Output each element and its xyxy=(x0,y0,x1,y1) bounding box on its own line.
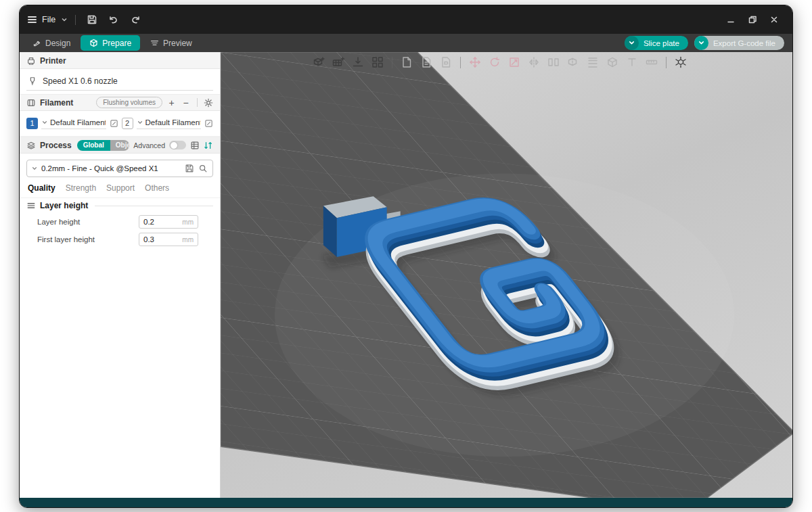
process-scope-toggle: Global Objects xyxy=(77,140,130,151)
assembly-view-icon[interactable] xyxy=(672,53,690,71)
filament-slots-row: 1 Default Filament 2 Default Filament xyxy=(20,111,220,137)
layer-height-input[interactable] xyxy=(143,218,179,226)
process-header-label: Process xyxy=(40,141,72,150)
title-bar: File xyxy=(20,5,792,34)
arrange-icon[interactable] xyxy=(369,53,386,71)
param-label: Layer height xyxy=(37,218,139,226)
filament-2-caret-icon xyxy=(137,120,143,125)
filament-spool-icon xyxy=(26,98,36,108)
import-file-2-icon[interactable] xyxy=(418,53,435,71)
import-file-icon[interactable] xyxy=(398,53,415,71)
filament-2-edit-icon[interactable] xyxy=(204,119,213,128)
process-icon xyxy=(26,141,36,150)
tab-strength[interactable]: Strength xyxy=(66,183,96,193)
layer-height-group-header[interactable]: Layer height xyxy=(20,197,220,213)
measure-icon[interactable] xyxy=(643,53,660,71)
tab-design[interactable]: Design xyxy=(24,35,79,51)
scope-global-button[interactable]: Global xyxy=(77,140,110,151)
file-menu-label: File xyxy=(42,15,55,24)
auto-orient-icon[interactable] xyxy=(349,53,367,71)
window-minimize-icon[interactable] xyxy=(722,11,740,28)
scope-objects-button[interactable]: Objects xyxy=(110,140,129,151)
window-restore-icon[interactable] xyxy=(744,11,761,28)
filament-2-name: Default Filament xyxy=(145,118,201,126)
save-icon[interactable] xyxy=(83,11,101,28)
tab-prepare[interactable]: Prepare xyxy=(81,35,140,51)
parameter-table-icon[interactable] xyxy=(190,141,200,150)
filament-settings-gear-icon[interactable] xyxy=(204,98,213,108)
search-presets-icon[interactable] xyxy=(198,164,208,173)
layer-height-unit: mm xyxy=(182,218,194,226)
advanced-label: Advanced xyxy=(133,141,165,149)
advanced-toggle[interactable] xyxy=(169,141,186,149)
toolbar-separator xyxy=(392,57,392,68)
app-window: File Design xyxy=(19,5,793,508)
mirror-icon[interactable] xyxy=(525,53,543,71)
filament-header-divider xyxy=(197,98,198,107)
remove-filament-button[interactable]: − xyxy=(181,97,191,108)
flushing-volumes-button[interactable]: Flushing volumes xyxy=(96,97,162,108)
preview-icon xyxy=(150,39,159,47)
split-to-objects-icon[interactable] xyxy=(545,53,562,71)
import-file-3-icon[interactable] xyxy=(437,53,455,71)
layer-height-group-label: Layer height xyxy=(40,201,88,210)
group-rule xyxy=(95,206,213,206)
mode-tab-bar: Design Prepare Preview Slice plate Expor… xyxy=(20,34,792,52)
viewport-3d[interactable] xyxy=(221,52,792,498)
window-close-icon[interactable] xyxy=(765,11,783,28)
tab-others[interactable]: Others xyxy=(145,183,169,193)
toolbar-separator xyxy=(460,57,461,68)
param-row-layer-height: Layer height mm xyxy=(20,213,220,231)
filament-1-color-chip[interactable]: 1 xyxy=(26,118,38,129)
filament-2-select[interactable]: Default Filament xyxy=(137,117,202,129)
filament-1-edit-icon[interactable] xyxy=(110,119,118,128)
file-caret-icon xyxy=(61,16,68,23)
printer-section-header[interactable]: Printer xyxy=(20,52,220,69)
filament-1-select[interactable]: Default Filament xyxy=(41,117,106,129)
filament-1-caret-icon xyxy=(42,120,47,125)
add-filament-button[interactable]: + xyxy=(166,97,177,108)
split-to-parts-icon[interactable] xyxy=(564,53,582,71)
process-preset-value: 0.2mm - Fine - Quick @Speed X1 xyxy=(41,164,181,172)
first-layer-height-unit: mm xyxy=(182,236,194,243)
menu-icon xyxy=(28,16,37,23)
filament-2-color-chip[interactable]: 2 xyxy=(122,118,133,129)
nozzle-icon xyxy=(28,76,37,86)
export-dropdown-icon[interactable] xyxy=(694,36,708,50)
bottom-status-bar xyxy=(20,498,792,507)
export-gcode-button[interactable]: Export G-code file xyxy=(694,36,784,50)
add-object-icon[interactable] xyxy=(310,53,328,71)
tab-support[interactable]: Support xyxy=(106,183,135,193)
prepare-icon xyxy=(89,39,98,47)
compare-presets-icon[interactable] xyxy=(204,141,213,150)
add-plate-icon[interactable] xyxy=(330,53,347,71)
redo-icon[interactable] xyxy=(127,11,144,28)
tab-design-label: Design xyxy=(45,39,70,48)
first-layer-height-input[interactable] xyxy=(143,235,179,243)
undo-icon[interactable] xyxy=(105,11,122,28)
rotate-icon[interactable] xyxy=(486,53,503,71)
slice-plate-button[interactable]: Slice plate xyxy=(625,36,688,50)
filament-section-header: Filament Flushing volumes + − xyxy=(20,94,220,111)
process-preset-caret-icon xyxy=(32,166,37,171)
move-icon[interactable] xyxy=(466,53,484,71)
tab-quality[interactable]: Quality xyxy=(28,183,55,193)
save-preset-icon[interactable] xyxy=(185,164,194,173)
tab-preview[interactable]: Preview xyxy=(141,35,201,51)
design-icon xyxy=(32,39,41,47)
process-preset-select[interactable]: 0.2mm - Fine - Quick @Speed X1 xyxy=(26,160,213,177)
variable-layer-height-icon[interactable] xyxy=(584,53,602,71)
viewport-toolbar xyxy=(310,53,690,71)
scale-icon[interactable] xyxy=(505,53,523,71)
slice-plate-label: Slice plate xyxy=(644,39,679,47)
tab-prepare-label: Prepare xyxy=(102,39,131,48)
settings-sidebar: Printer Speed X1 0.6 nozzle Filament Flu… xyxy=(20,52,221,498)
add-primitive-icon[interactable] xyxy=(604,53,621,71)
text-tool-icon[interactable] xyxy=(623,53,641,71)
first-layer-height-field: mm xyxy=(139,233,198,246)
printer-preset-select[interactable]: Speed X1 0.6 nozzle xyxy=(26,74,213,91)
file-menu[interactable]: File xyxy=(28,15,68,24)
titlebar-divider xyxy=(75,15,76,25)
slice-dropdown-icon[interactable] xyxy=(625,36,639,50)
toolbar-separator xyxy=(666,57,667,68)
